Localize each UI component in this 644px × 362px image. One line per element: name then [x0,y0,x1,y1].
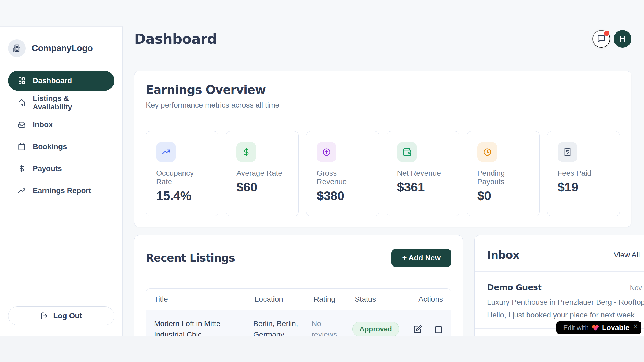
sidebar-item-dashboard[interactable]: Dashboard [8,71,114,91]
lovable-prefix: Edit with [563,324,588,332]
inbox-title: Inbox [487,249,519,261]
logo-text: CompanyLogo [32,43,93,53]
listing-calendar-button[interactable] [434,325,443,334]
sidebar-item-label: Inbox [33,120,53,129]
stat-value: $380 [317,188,368,203]
dollar-sign-icon [17,164,26,173]
stat-card-average-rate: Average Rate $60 [226,131,299,216]
stat-card-gross-revenue: Gross Revenue $380 [306,131,379,216]
sidebar-item-listings[interactable]: Listings & Availability [8,93,114,113]
clock-icon [477,142,497,162]
trending-up-icon [156,142,176,162]
edit-with-lovable-badge[interactable]: Edit with Lovable × [556,321,641,334]
lovable-brand: Lovable [602,324,630,332]
logo: CompanyLogo [8,39,114,57]
message-preview: Hello, I just booked your place for next… [487,311,641,319]
stat-card-occupancy-rate: Occupancy Rate 15.4% [146,131,218,216]
message-bubble-icon [597,35,606,43]
view-all-label: View All [614,251,640,259]
app-viewport: CompanyLogo Dashboard [0,0,644,336]
stat-value: $19 [558,180,609,194]
inbox-header: Inbox View All [475,235,644,271]
notification-dot [604,31,609,36]
listing-location: Berlin, Berlin, Germany [253,318,312,336]
page-title: Dashboard [134,31,217,47]
sidebar-item-inbox[interactable]: Inbox [8,114,114,135]
close-icon[interactable]: × [634,323,638,330]
stat-value: $0 [477,188,529,203]
listings-table-header: Title Location Rating Status Actions [146,289,451,310]
sidebar-item-label: Bookings [33,142,67,151]
app-canvas: CompanyLogo Dashboard [0,0,644,362]
trending-up-icon [17,186,26,195]
topbar-actions: H [592,30,631,48]
edit-pencil-icon [413,325,422,334]
company-logo-icon [8,39,26,57]
home-icon [17,98,26,107]
lower-content-row: Recent Listings + Add New Title Location… [134,235,631,336]
table-row[interactable]: Modern Loft in Mitte - Industrial Chic B… [146,310,451,336]
message-date: Nov 19 [630,284,644,292]
grid-icon [17,76,26,85]
earnings-title: Earnings Overview [146,83,617,97]
calendar-icon [17,142,26,151]
column-header-title: Title [154,295,255,304]
recent-listings-card: Recent Listings + Add New Title Location… [134,235,463,336]
stat-label: Gross Revenue [317,169,368,186]
column-header-status: Status [355,295,416,304]
earnings-subtitle: Key performance metrics across all time [146,101,617,109]
message-preview-row: Hello, I just booked your place for next… [487,311,644,319]
heart-icon [592,324,599,331]
dollar-sign-icon [236,142,256,162]
stat-card-fees-paid: Fees Paid $19 [547,131,620,216]
inbox-message[interactable]: Demo Guest Nov 19 Luxury Penthouse in Pr… [475,272,644,329]
stat-label: Average Rate [236,169,288,178]
recent-listings-header: Recent Listings + Add New [134,235,463,275]
stat-label: Pending Payouts [477,169,529,186]
recent-listings-title: Recent Listings [146,252,235,264]
sidebar: CompanyLogo Dashboard [0,26,123,336]
listing-actions [413,318,443,336]
stat-label: Net Revenue [397,169,449,178]
sidebar-item-earnings-report[interactable]: Earnings Report [8,180,114,201]
sidebar-item-bookings[interactable]: Bookings [8,136,114,157]
topbar: Dashboard H [134,0,631,48]
stats-row: Occupancy Rate 15.4% Average Rate $60 [134,119,631,227]
stat-label: Fees Paid [558,169,609,178]
receipt-dollar-icon [558,142,577,162]
sidebar-item-label: Earnings Report [33,186,91,195]
log-out-button[interactable]: Log Out [8,306,114,325]
listing-rating: No reviews [312,318,352,336]
listings-table: Title Location Rating Status Actions Mod… [146,288,451,336]
stat-value: 15.4% [156,188,208,203]
add-new-button[interactable]: + Add New [391,249,451,267]
status-badge: Approved [352,322,399,336]
avatar[interactable]: H [614,30,631,48]
wallet-icon [397,142,417,162]
divider [134,275,463,275]
message-header: Demo Guest Nov 19 [487,282,644,292]
sidebar-item-label: Payouts [33,164,62,173]
stat-value: $361 [397,180,449,194]
stat-card-pending-payouts: Pending Payouts $0 [467,131,540,216]
message-sender: Demo Guest [487,282,541,292]
edit-listing-button[interactable] [413,325,422,334]
listing-title: Modern Loft in Mitte - Industrial Chic [154,318,253,336]
calendar-icon [434,325,443,334]
stat-value: $60 [236,180,288,194]
inbox-tray-icon [17,120,26,129]
column-header-rating: Rating [314,295,355,304]
column-header-location: Location [255,295,314,304]
avatar-initial: H [620,34,625,44]
listing-status-cell: Approved [352,318,413,336]
view-all-link[interactable]: View All [614,251,644,259]
earnings-overview-card: Earnings Overview Key performance metric… [134,71,631,227]
chat-button[interactable] [592,30,610,48]
earnings-header: Earnings Overview Key performance metric… [134,71,631,119]
sidebar-item-label: Dashboard [33,76,72,85]
log-out-label: Log Out [53,312,82,320]
stat-card-net-revenue: Net Revenue $361 [387,131,459,216]
stat-label: Occupancy Rate [156,169,208,186]
circle-arrow-up-icon [317,142,336,162]
sidebar-item-payouts[interactable]: Payouts [8,158,114,179]
